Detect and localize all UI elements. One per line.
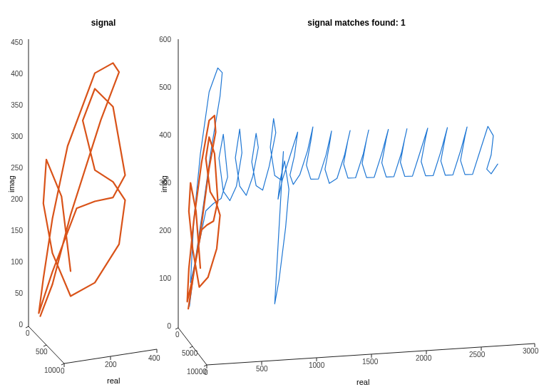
right-xtick: 500 <box>256 365 268 373</box>
left-ytick: 100 <box>11 258 23 266</box>
left-ztick: 500 <box>36 348 48 356</box>
right-ztick: 0 <box>175 331 180 339</box>
left-ytick: 0 <box>19 321 23 329</box>
right-ytick: 600 <box>159 36 171 43</box>
left-ytick: 250 <box>11 164 23 172</box>
left-ytick: 450 <box>11 38 23 46</box>
right-xtick: 3000 <box>523 347 538 355</box>
left-ytick: 50 <box>15 289 23 297</box>
right-ytick: 100 <box>159 274 171 282</box>
right-xlabel: real <box>356 378 369 386</box>
right-ytick: 200 <box>159 227 171 234</box>
right-ztick: 5000 <box>182 349 197 357</box>
right-xtick: 1000 <box>309 361 324 369</box>
left-ztick: 1000 <box>44 366 60 374</box>
right-xtick: 2500 <box>469 351 485 359</box>
right-ztick: 10000 <box>187 368 207 376</box>
right-ylabel: imag <box>160 175 168 192</box>
left-ytick: 350 <box>11 101 23 109</box>
figure: signal 0 50 100 150 200 250 300 350 400 … <box>7 14 542 385</box>
right-xtick: 1500 <box>362 358 378 366</box>
svg-line-8 <box>61 363 64 365</box>
left-xtick: 0 <box>61 367 65 375</box>
left-ytick: 300 <box>11 133 23 140</box>
left-ztick: 0 <box>26 329 30 337</box>
left-ytick: 150 <box>11 227 23 234</box>
left-ytick: 400 <box>11 70 23 78</box>
right-signal-lines <box>178 39 538 331</box>
left-xtick: 200 <box>105 361 117 368</box>
left-xlabel: real <box>107 376 120 385</box>
left-ylabel: imag <box>7 175 16 192</box>
right-title: signal matches found: 1 <box>221 18 492 28</box>
left-ytick: 200 <box>11 195 23 203</box>
left-signal-line <box>29 39 160 328</box>
svg-line-20 <box>190 346 193 348</box>
left-title: signal <box>57 18 150 28</box>
right-xtick: 2000 <box>416 354 431 362</box>
left-xtick: 400 <box>148 354 160 362</box>
right-ytick: 400 <box>159 131 171 139</box>
right-ytick: 0 <box>167 322 171 330</box>
right-ytick: 500 <box>159 83 171 91</box>
svg-line-7 <box>43 345 46 346</box>
svg-line-21 <box>204 365 207 366</box>
